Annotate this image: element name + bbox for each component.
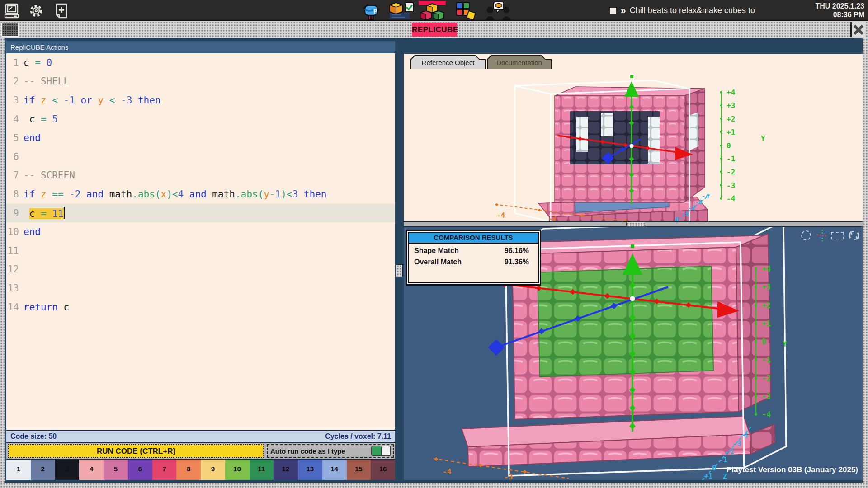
palette-color-12[interactable]: 12 [274, 460, 298, 480]
box-select-icon[interactable] [831, 232, 844, 239]
palette-color-number: 11 [250, 465, 274, 473]
palette-color-11[interactable]: 11 [250, 460, 274, 480]
palette-color-number: 14 [322, 465, 347, 473]
window-menu-button[interactable] [1, 23, 19, 37]
line-number: 3 [6, 95, 24, 106]
mailbox-icon[interactable]: P [360, 1, 380, 21]
palette-color-number: 6 [128, 465, 152, 473]
code-panel-header: RepliCUBE Actions [6, 41, 395, 53]
cycles-label: Cycles / voxel: 7.11 [325, 432, 391, 441]
svg-text:+3: +3 [762, 282, 771, 291]
palette-color-number: 8 [176, 465, 201, 473]
svg-text:-2: -2 [548, 215, 557, 221]
code-line[interactable]: 10end [6, 222, 395, 241]
svg-text:-3: -3 [504, 473, 513, 480]
svg-text:-1: -1 [726, 155, 735, 163]
color-grid-icon[interactable] [455, 1, 479, 21]
code-line[interactable]: 13 [6, 279, 395, 298]
line-number: 13 [6, 283, 24, 294]
run-code-button[interactable]: RUN CODE (CTRL+R) [8, 444, 264, 458]
horizontal-divider-grip[interactable] [626, 222, 645, 227]
code-line[interactable]: 5end [6, 128, 395, 147]
svg-text:-4: -4 [443, 467, 451, 476]
code-line[interactable]: 8if z == -2 and math.abs(x)<4 and math.a… [6, 185, 395, 204]
circle-select-icon[interactable] [801, 230, 811, 240]
palette-color-3[interactable]: 3 [55, 460, 80, 480]
code-line[interactable]: 9 c = 11 [6, 204, 395, 223]
svg-text:-4: -4 [762, 410, 771, 419]
code-line[interactable]: 2-- SHELL [6, 72, 395, 91]
palette-color-15[interactable]: 15 [347, 460, 371, 480]
svg-text:-4: -4 [739, 431, 748, 440]
taskbar: P [0, 0, 868, 21]
overall-match-label: Overall Match [414, 258, 462, 266]
close-button[interactable] [850, 22, 865, 37]
time-text: 08:36 PM [815, 10, 864, 19]
code-line[interactable]: 14return c [6, 298, 395, 317]
palette-color-5[interactable]: 5 [104, 460, 128, 480]
palette-color-number: 10 [225, 465, 250, 473]
window-scrollbar-right[interactable] [863, 38, 868, 488]
palette-color-10[interactable]: 10 [225, 460, 250, 480]
svg-text:0: 0 [675, 216, 679, 221]
svg-text:0: 0 [762, 337, 766, 346]
reference-3d-view[interactable]: +4 +3 +2 +1 0 -1 -2 -3 -4 Y 0 -1 -2 -3 -… [404, 69, 863, 221]
close-icon [853, 24, 864, 35]
new-file-icon[interactable] [53, 3, 70, 19]
now-playing-text: Chill beats to relax&make cubes to [630, 6, 755, 15]
computer-icon[interactable] [4, 3, 20, 19]
palette-color-1[interactable]: 1 [6, 460, 31, 480]
vertical-divider-grip[interactable] [396, 264, 403, 277]
palette-color-16[interactable]: 16 [371, 460, 395, 480]
code-line[interactable]: 1c = 0 [6, 53, 395, 72]
line-number: 7 [6, 170, 24, 181]
palette-color-number: 1 [6, 465, 31, 473]
svg-text:-3: -3 [726, 181, 735, 190]
run-controls-row: RUN CODE (CTRL+R) Auto run code as I typ… [6, 442, 395, 459]
svg-text:+4: +4 [726, 88, 735, 97]
autorun-toggle[interactable] [371, 446, 391, 456]
svg-text:-2: -2 [726, 447, 734, 456]
vertical-divider [395, 38, 404, 483]
code-line[interactable]: 4 c = 5 [6, 110, 395, 129]
palette-color-7[interactable]: 7 [152, 460, 177, 480]
line-number: 5 [6, 132, 24, 143]
palette-color-8[interactable]: 8 [176, 460, 201, 480]
code-lines: 1c = 02-- SHELL3if z < -1 or y < -3 then… [6, 53, 395, 316]
code-line[interactable]: 12 [6, 260, 395, 279]
line-number: 6 [6, 151, 24, 162]
line-number: 9 [6, 208, 24, 219]
palette-color-14[interactable]: 14 [322, 460, 347, 480]
svg-text:+1: +1 [726, 128, 735, 136]
code-editor[interactable]: 1c = 02-- SHELL3if z < -1 or y < -3 then… [6, 53, 395, 430]
line-number: 2 [6, 76, 24, 87]
svg-text:-3: -3 [762, 392, 771, 401]
tab-documentation[interactable]: Documentation [487, 55, 552, 69]
palette-color-number: 5 [104, 465, 128, 473]
palette-color-number: 15 [347, 465, 371, 473]
palette-color-6[interactable]: 6 [128, 460, 152, 480]
palette-color-4[interactable]: 4 [79, 460, 104, 480]
palette-color-9[interactable]: 9 [201, 460, 225, 480]
cube-check-icon[interactable] [388, 1, 416, 21]
palette-color-number: 2 [31, 465, 55, 473]
axes-icon[interactable] [816, 229, 829, 244]
rotate-view-icon[interactable] [847, 229, 861, 244]
replicube-icon[interactable] [418, 1, 447, 21]
code-line[interactable]: 7-- SCREEN [6, 166, 395, 185]
code-line[interactable]: 6 [6, 147, 395, 166]
gear-icon[interactable] [28, 3, 44, 19]
palette-color-number: 13 [298, 465, 322, 473]
code-line[interactable]: 11 [6, 241, 395, 260]
shape-match-value: 96.16% [505, 247, 529, 255]
svg-text:Y: Y [783, 339, 788, 348]
palette-color-13[interactable]: 13 [298, 460, 322, 480]
chat-cube-icon[interactable] [485, 1, 512, 21]
stop-square-icon[interactable] [610, 8, 616, 14]
code-line[interactable]: 3if z < -1 or y < -3 then [6, 91, 395, 110]
tab-reference-object[interactable]: Reference Object [410, 55, 486, 69]
svg-text:+4: +4 [762, 264, 771, 273]
palette-color-2[interactable]: 2 [31, 460, 55, 480]
editor-status-bar: Code size: 50 Cycles / voxel: 7.11 [6, 430, 395, 442]
color-palette: 12345678910111213141516 [6, 459, 395, 480]
